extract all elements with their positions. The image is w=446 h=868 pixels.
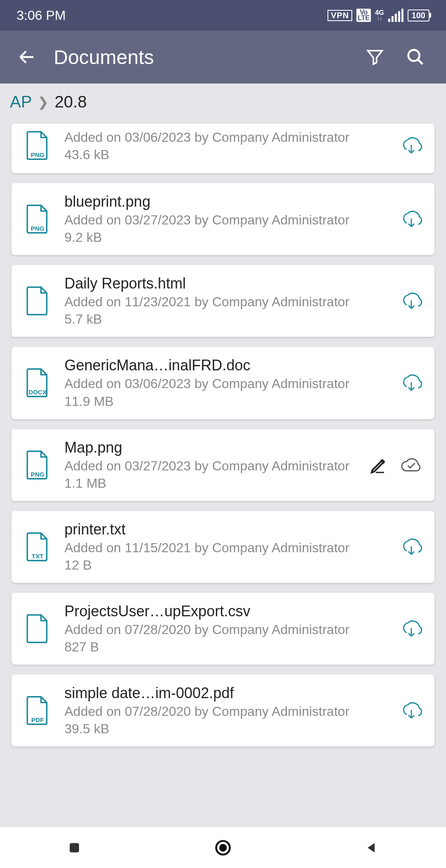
status-time: 3:06 PM: [17, 8, 66, 23]
document-name: ProjectsUser…upExport.csv: [64, 603, 391, 620]
file-type-icon: DOCX: [23, 368, 52, 398]
breadcrumb: AP ❯ 20.8: [0, 83, 446, 124]
document-name: blueprint.png: [64, 193, 391, 210]
document-info: printer.txtAdded on 11/15/2021 by Compan…: [64, 521, 391, 573]
document-meta: Added on 11/15/2021 by Company Administr…: [64, 539, 391, 557]
breadcrumb-current: 20.8: [55, 93, 87, 111]
document-name: printer.txt: [64, 521, 391, 538]
document-meta: Added on 03/06/2023 by Company Administr…: [64, 129, 391, 146]
download-button[interactable]: [400, 136, 423, 155]
volte-badge: VoLTE: [356, 9, 371, 22]
recent-apps-button[interactable]: [64, 838, 84, 858]
document-actions: [400, 374, 423, 392]
file-type-icon: [23, 286, 52, 316]
status-bar: 3:06 PM VPN VoLTE 4G ↑↓ 100: [0, 0, 446, 31]
back-button[interactable]: [12, 47, 41, 67]
document-actions: [400, 136, 423, 155]
document-info: Map.pngAdded on 03/27/2023 by Company Ad…: [64, 439, 361, 491]
page-title: Documents: [54, 46, 365, 69]
svg-text:TXT: TXT: [32, 553, 44, 560]
document-actions: [400, 210, 423, 228]
document-actions: [400, 292, 423, 310]
edit-button[interactable]: [369, 455, 389, 475]
search-button[interactable]: [406, 47, 425, 67]
svg-text:DOCX: DOCX: [28, 389, 47, 396]
svg-rect-7: [70, 843, 79, 852]
document-card[interactable]: TXT printer.txtAdded on 11/15/2021 by Co…: [12, 511, 434, 583]
download-button[interactable]: [400, 620, 423, 638]
document-meta: Added on 07/28/2020 by Company Administr…: [64, 703, 391, 720]
document-name: Daily Reports.html: [64, 275, 391, 292]
download-button[interactable]: [400, 210, 423, 228]
document-card[interactable]: Daily Reports.htmlAdded on 11/23/2021 by…: [12, 265, 434, 337]
document-name: GenericMana…inalFRD.doc: [64, 357, 391, 374]
document-info: simple date…im-0002.pdfAdded on 07/28/20…: [64, 684, 391, 737]
document-info: Daily Reports.htmlAdded on 11/23/2021 by…: [64, 275, 391, 327]
document-meta: Added on 03/27/2023 by Company Administr…: [64, 457, 361, 475]
document-card[interactable]: PDF simple date…im-0002.pdfAdded on 07/2…: [12, 675, 434, 746]
file-type-icon: PNG: [23, 450, 52, 480]
document-info: blueprint.pngAdded on 03/27/2023 by Comp…: [64, 193, 391, 245]
battery-indicator: 100: [408, 10, 429, 21]
document-info: Added on 03/06/2023 by Company Administr…: [64, 129, 391, 162]
document-meta: Added on 11/23/2021 by Company Administr…: [64, 293, 391, 311]
file-type-icon: PNG: [23, 204, 52, 234]
document-card[interactable]: PNG Added on 03/06/2023 by Company Admin…: [12, 124, 434, 173]
document-name: Map.png: [64, 439, 361, 456]
document-size: 5.7 kB: [64, 312, 391, 327]
square-icon: [67, 841, 81, 855]
document-actions: [400, 538, 423, 556]
document-meta: Added on 07/28/2020 by Company Administr…: [64, 621, 391, 639]
document-size: 39.5 kB: [64, 721, 391, 737]
document-size: 9.2 kB: [64, 230, 391, 245]
circle-icon: [214, 839, 232, 857]
file-type-icon: PNG: [23, 131, 52, 160]
document-actions: [369, 455, 423, 475]
synced-indicator: [400, 457, 423, 473]
svg-point-0: [408, 50, 420, 61]
signal-icon: [388, 9, 403, 22]
app-bar: Documents: [0, 31, 446, 83]
filter-button[interactable]: [365, 47, 385, 67]
document-name: simple date…im-0002.pdf: [64, 684, 391, 702]
document-size: 827 B: [64, 639, 391, 655]
download-button[interactable]: [400, 538, 423, 556]
status-right: VPN VoLTE 4G ↑↓ 100: [327, 9, 429, 22]
document-meta: Added on 03/06/2023 by Company Administr…: [64, 375, 391, 393]
file-type-icon: [23, 614, 52, 644]
document-list: PNG Added on 03/06/2023 by Company Admin…: [0, 124, 446, 746]
document-size: 1.1 MB: [64, 476, 361, 491]
download-button[interactable]: [400, 374, 423, 392]
document-actions: [400, 701, 423, 720]
document-size: 11.9 MB: [64, 394, 391, 409]
triangle-left-icon: [365, 841, 379, 855]
document-size: 43.6 kB: [64, 147, 391, 162]
arrow-left-icon: [17, 47, 37, 67]
svg-point-9: [219, 844, 227, 851]
back-nav-button[interactable]: [362, 838, 382, 858]
download-button[interactable]: [400, 292, 423, 310]
document-info: ProjectsUser…upExport.csvAdded on 07/28/…: [64, 603, 391, 655]
system-nav-bar: [0, 827, 446, 868]
document-info: GenericMana…inalFRD.docAdded on 03/06/20…: [64, 357, 391, 409]
file-type-icon: TXT: [23, 532, 52, 562]
file-type-icon: PDF: [23, 696, 52, 725]
document-actions: [400, 620, 423, 638]
document-card[interactable]: PNG Map.pngAdded on 03/27/2023 by Compan…: [12, 429, 434, 501]
document-meta: Added on 03/27/2023 by Company Administr…: [64, 211, 391, 229]
svg-text:PNG: PNG: [31, 470, 45, 477]
home-button[interactable]: [213, 838, 233, 858]
search-icon: [406, 48, 425, 67]
svg-text:PDF: PDF: [31, 716, 44, 723]
document-card[interactable]: DOCX GenericMana…inalFRD.docAdded on 03/…: [12, 347, 434, 419]
document-card[interactable]: ProjectsUser…upExport.csvAdded on 07/28/…: [12, 593, 434, 665]
network-indicator: 4G ↑↓: [375, 10, 384, 21]
document-size: 12 B: [64, 558, 391, 573]
app-bar-actions: [365, 47, 434, 67]
svg-text:PNG: PNG: [31, 151, 45, 158]
document-card[interactable]: PNG blueprint.pngAdded on 03/27/2023 by …: [12, 183, 434, 255]
funnel-icon: [365, 48, 384, 67]
svg-text:PNG: PNG: [31, 225, 45, 232]
download-button[interactable]: [400, 701, 423, 720]
breadcrumb-parent[interactable]: AP: [10, 93, 32, 111]
